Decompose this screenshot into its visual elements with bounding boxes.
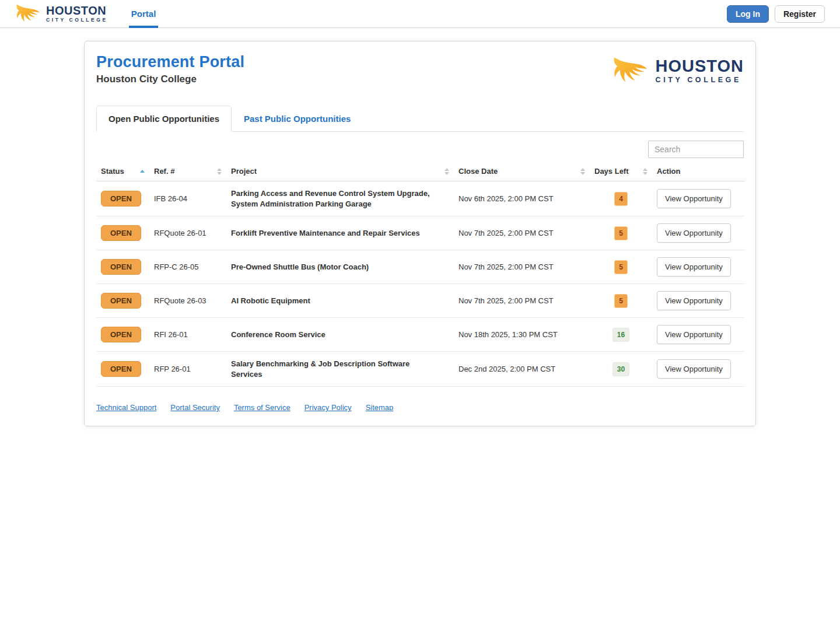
close-date: Nov 7th 2025, 2:00 PM CST [454,216,590,250]
card-titles: Procurement Portal Houston City College [96,53,244,85]
card-header: Procurement Portal Houston City College … [96,53,744,86]
close-date: Nov 7th 2025, 2:00 PM CST [454,250,590,284]
sort-both-icon[interactable] [580,168,585,175]
college-logo-text: HOUSTON CITY COLLEGE [656,58,744,84]
ref-number: RFI 26-01 [149,318,226,352]
view-opportunity-button[interactable]: View Opportunity [657,359,731,379]
days-left-badge: 5 [614,260,628,274]
tab-open-public-opportunities[interactable]: Open Public Opportunities [96,106,232,132]
days-left-badge: 5 [614,294,628,308]
brand-name-line1: HOUSTON [46,5,108,16]
col-label-action: Action [657,167,680,176]
status-badge: OPEN [101,259,141,275]
days-left-badge: 30 [612,362,629,376]
page-subtitle: Houston City College [96,74,244,85]
procurement-portal-card: Procurement Portal Houston City College … [84,41,756,426]
col-header-project[interactable]: Project [226,162,454,181]
status-badge: OPEN [101,361,141,377]
sort-both-icon[interactable] [643,168,648,175]
close-date: Nov 18th 2025, 1:30 PM CST [454,318,590,352]
col-header-status[interactable]: Status [96,162,149,181]
terms-of-service-link[interactable]: Terms of Service [234,403,290,412]
col-header-ref[interactable]: Ref. # [149,162,226,181]
college-logo-line1: HOUSTON [656,58,744,75]
days-left-badge: 16 [612,328,629,342]
project-name: Pre-Owned Shuttle Bus (Motor Coach) [226,250,454,284]
college-logo-line2: CITY COLLEGE [656,76,744,84]
register-button[interactable]: Register [775,5,825,23]
search-input[interactable] [648,141,744,158]
footer-links: Technical Support Portal Security Terms … [96,403,744,412]
col-header-days-left[interactable]: Days Left [590,162,652,181]
tab-past-public-opportunities[interactable]: Past Public Opportunities [232,106,363,132]
page-title: Procurement Portal [96,53,244,71]
eagle-icon [15,3,42,25]
ref-number: RFQuote 26-01 [149,216,226,250]
project-name: Parking Access and Revenue Control Syste… [226,181,454,216]
eagle-icon [612,55,650,86]
search-row [96,141,744,158]
view-opportunity-button[interactable]: View Opportunity [657,291,731,310]
table-row: OPEN IFB 26-04 Parking Access and Revenu… [96,181,745,216]
col-header-action: Action [652,162,745,181]
project-name: Forklift Preventive Maintenance and Repa… [226,216,454,250]
close-date: Dec 2nd 2025, 2:00 PM CST [454,352,590,387]
ref-number: RFP-C 26-05 [149,250,226,284]
sitemap-link[interactable]: Sitemap [366,403,394,412]
table-header-row: Status Ref. # Project Close Date Days Le… [96,162,745,181]
sort-both-icon[interactable] [444,168,449,175]
days-left-badge: 5 [614,226,628,240]
nav-actions: Log In Register [727,5,825,23]
technical-support-link[interactable]: Technical Support [96,403,156,412]
table-row: OPEN RFP 26-01 Salary Benchmarking & Job… [96,352,745,387]
status-badge: OPEN [101,191,141,206]
ref-number: RFP 26-01 [149,352,226,387]
project-name: Conference Room Service [226,318,454,352]
nav-portal-link[interactable]: Portal [129,0,159,28]
status-badge: OPEN [101,293,141,309]
ref-number: IFB 26-04 [149,181,226,216]
privacy-policy-link[interactable]: Privacy Policy [304,403,352,412]
col-label-project: Project [231,167,257,176]
brand-name-line2: CITY COLLEGE [46,18,108,23]
close-date: Nov 7th 2025, 2:00 PM CST [454,284,590,318]
ref-number: RFQuote 26-03 [149,284,226,318]
close-date: Nov 6th 2025, 2:00 PM CST [454,181,590,216]
table-row: OPEN RFP-C 26-05 Pre-Owned Shuttle Bus (… [96,250,745,284]
view-opportunity-button[interactable]: View Opportunity [657,257,731,276]
top-navbar: HOUSTON CITY COLLEGE Portal Log In Regis… [0,0,840,28]
portal-security-link[interactable]: Portal Security [170,403,220,412]
view-opportunity-button[interactable]: View Opportunity [657,325,731,344]
login-button[interactable]: Log In [727,5,769,23]
brand-text: HOUSTON CITY COLLEGE [46,5,108,23]
status-badge: OPEN [101,327,141,342]
brand-logo[interactable]: HOUSTON CITY COLLEGE [15,3,108,25]
col-label-status: Status [101,167,124,176]
opportunities-table: Status Ref. # Project Close Date Days Le… [96,162,745,387]
days-left-badge: 4 [614,192,628,206]
opportunities-tabs: Open Public Opportunities Past Public Op… [96,106,744,132]
primary-nav: Portal [129,0,159,28]
status-badge: OPEN [101,225,141,241]
col-label-close-date: Close Date [459,167,498,176]
sort-asc-icon[interactable] [140,170,145,173]
sort-both-icon[interactable] [217,168,222,175]
table-row: OPEN RFQuote 26-03 AI Robotic Equipment … [96,284,745,318]
col-header-close-date[interactable]: Close Date [454,162,590,181]
project-name: Salary Benchmarking & Job Description So… [226,352,454,387]
table-row: OPEN RFQuote 26-01 Forklift Preventive M… [96,216,745,250]
table-row: OPEN RFI 26-01 Conference Room Service N… [96,318,745,352]
project-name: AI Robotic Equipment [226,284,454,318]
view-opportunity-button[interactable]: View Opportunity [657,189,731,208]
col-label-ref: Ref. # [154,167,174,176]
col-label-days-left: Days Left [594,167,629,176]
college-logo: HOUSTON CITY COLLEGE [612,55,744,86]
view-opportunity-button[interactable]: View Opportunity [657,223,731,243]
